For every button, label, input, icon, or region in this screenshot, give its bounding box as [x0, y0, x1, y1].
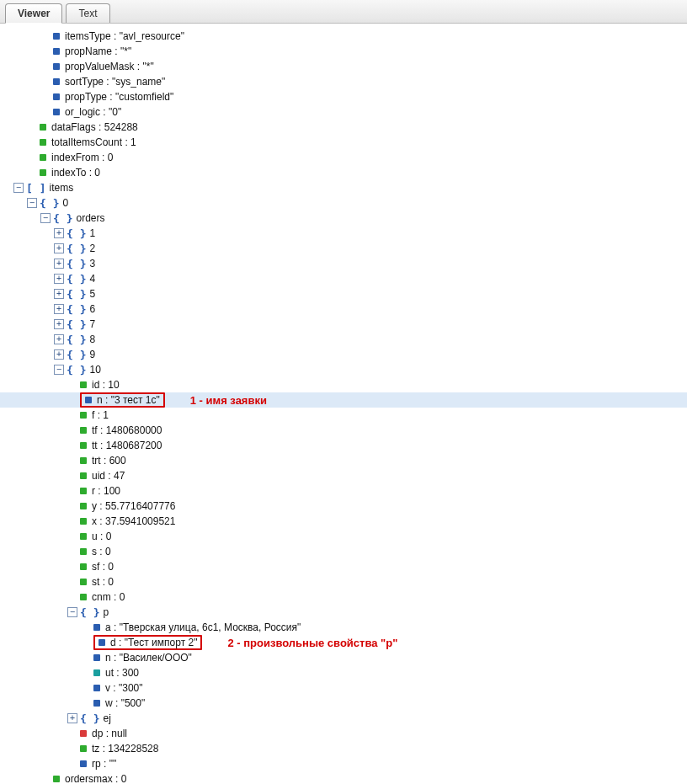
leaf-icon — [40, 139, 46, 146]
leaf-icon — [53, 33, 60, 40]
p-ut: ut : 300 — [105, 667, 139, 679]
leaf-icon — [53, 78, 60, 85]
object-icon: { } — [67, 243, 86, 255]
leaf-icon — [80, 533, 87, 540]
order10-cnm: cnm : 0 — [92, 591, 125, 603]
annotation-box-1: n : "3 тест 1с" — [80, 392, 165, 408]
order10-n: n : "3 тест 1с" — [97, 394, 160, 406]
leaf-icon — [80, 594, 87, 600]
object-icon: { } — [67, 288, 86, 301]
leaf-icon — [80, 548, 87, 555]
order10-id: id : 10 — [92, 379, 120, 391]
meta-indexTo: indexTo : 0 — [51, 167, 100, 179]
node-order-2[interactable]: 2 — [89, 243, 95, 254]
collapse-toggle[interactable]: − — [13, 183, 24, 193]
node-items[interactable]: items — [49, 182, 73, 194]
order10-s: s : 0 — [92, 546, 111, 557]
leaf-icon — [40, 169, 46, 176]
order10-st: st : 0 — [92, 576, 114, 588]
p-n: n : "Василек/ООО" — [105, 652, 192, 664]
order10-tt: tt : 1480687200 — [92, 440, 162, 451]
prop-itemsType: itemsType : "avl_resource" — [65, 30, 184, 42]
node-items-0[interactable]: 0 — [62, 197, 68, 209]
annotation-box-2: d : "Тест импорт 2" — [93, 635, 202, 650]
tab-text[interactable]: Text — [66, 3, 109, 23]
expand-toggle[interactable]: + — [54, 334, 64, 344]
leaf-icon — [53, 109, 60, 115]
leaf-icon — [80, 472, 87, 479]
meta-totalItemsCount: totalItemsCount : 1 — [51, 136, 136, 148]
node-order-6[interactable]: 6 — [89, 303, 95, 315]
node-order-4[interactable]: 4 — [89, 273, 95, 285]
leaf-icon — [80, 457, 87, 464]
node-order-5[interactable]: 5 — [89, 288, 95, 300]
object-icon: { } — [80, 712, 99, 725]
node-order-3[interactable]: 3 — [89, 258, 95, 269]
annotation-2: 2 - произвольные свойства "p" — [227, 637, 397, 649]
node-orders[interactable]: orders — [76, 212, 104, 224]
leaf-icon — [80, 518, 87, 525]
order10-tf: tf : 1480680000 — [92, 424, 162, 436]
collapse-toggle[interactable]: − — [67, 607, 77, 617]
p-a: a : "Тверская улица, 6с1, Москва, Россия… — [105, 621, 301, 633]
leaf-icon — [80, 503, 87, 509]
expand-toggle[interactable]: + — [54, 349, 64, 360]
node-order-9[interactable]: 9 — [89, 349, 95, 360]
p-v: v : "300" — [105, 682, 143, 694]
p-d: d : "Тест импорт 2" — [110, 637, 197, 648]
leaf-icon — [80, 563, 87, 570]
annotation-1: 1 - имя заявки — [190, 394, 267, 407]
json-tree: itemsType : "avl_resource" propName : "*… — [0, 24, 687, 784]
leaf-icon — [40, 124, 46, 131]
leaf-icon — [80, 760, 87, 767]
expand-toggle[interactable]: + — [54, 228, 64, 238]
expand-toggle[interactable]: + — [54, 319, 64, 329]
expand-toggle[interactable]: + — [54, 259, 64, 269]
object-icon: { } — [67, 318, 86, 331]
leaf-icon — [93, 624, 100, 631]
node-order-1[interactable]: 1 — [89, 227, 95, 239]
object-icon: { } — [40, 197, 59, 210]
object-icon: { } — [67, 364, 86, 376]
leaf-icon — [80, 488, 87, 494]
node-ej[interactable]: ej — [103, 712, 110, 724]
expand-toggle[interactable]: + — [54, 243, 64, 253]
selected-row[interactable]: n : "3 тест 1с" 1 - имя заявки — [0, 392, 687, 408]
order10-f: f : 1 — [92, 409, 109, 421]
object-icon: { } — [67, 273, 86, 285]
prop-propType: propType : "customfield" — [65, 91, 173, 103]
leaf-icon — [80, 442, 87, 449]
expand-toggle[interactable]: + — [54, 274, 64, 284]
expand-toggle[interactable]: + — [67, 713, 77, 723]
node-p[interactable]: p — [103, 606, 109, 618]
collapse-toggle[interactable]: − — [27, 198, 37, 208]
prop-sortType: sortType : "sys_name" — [65, 76, 165, 88]
order10-x: x : 37.5941009521 — [92, 515, 175, 527]
prop-propName: propName : "*" — [65, 45, 131, 57]
tab-bar: Viewer Text — [0, 0, 687, 24]
tab-viewer[interactable]: Viewer — [5, 3, 62, 24]
object-icon: { } — [53, 212, 72, 225]
leaf-icon — [53, 63, 60, 70]
node-order-8[interactable]: 8 — [89, 333, 95, 345]
p-w: w : "500" — [105, 697, 145, 709]
object-icon: { } — [67, 349, 86, 361]
object-icon: { } — [67, 258, 86, 270]
node-order-7[interactable]: 7 — [89, 318, 95, 330]
leaf-icon — [80, 381, 87, 388]
order10-uid: uid : 47 — [92, 470, 125, 482]
order10-y: y : 55.7716407776 — [92, 500, 175, 512]
leaf-icon — [80, 412, 87, 419]
leaf-icon — [40, 154, 46, 161]
expand-toggle[interactable]: + — [54, 304, 64, 314]
leaf-icon — [93, 654, 100, 661]
node-order-10[interactable]: 10 — [89, 364, 100, 376]
leaf-icon — [85, 397, 92, 403]
order10-sf: sf : 0 — [92, 561, 114, 573]
collapse-toggle[interactable]: − — [40, 213, 51, 223]
meta-indexFrom: indexFrom : 0 — [51, 152, 113, 163]
order10-dp: dp : null — [92, 728, 127, 739]
expand-toggle[interactable]: + — [54, 289, 64, 299]
collapse-toggle[interactable]: − — [54, 365, 64, 375]
leaf-icon — [93, 700, 100, 707]
